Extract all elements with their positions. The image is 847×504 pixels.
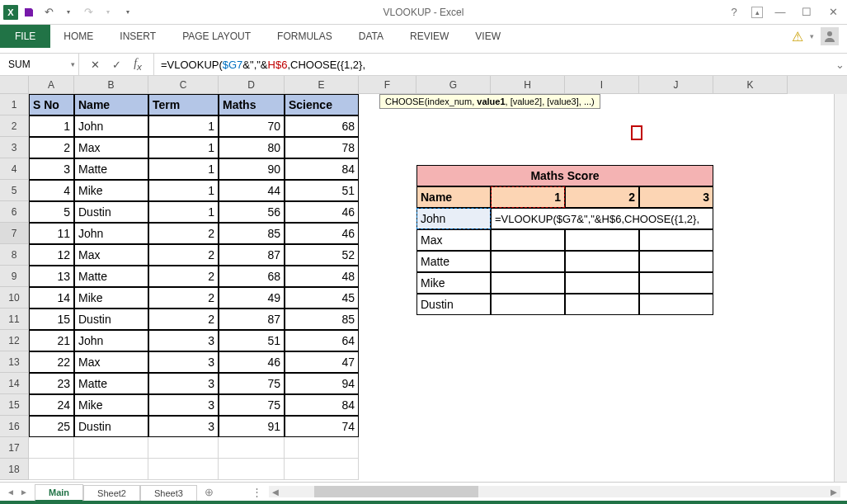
empty-cell[interactable] [148,437,219,459]
table-cell[interactable]: John [74,115,148,137]
sheet-nav-prev-icon[interactable]: ◄ [5,485,16,498]
select-all-corner[interactable] [0,76,29,94]
table-cell[interactable]: 78 [285,137,359,158]
table-cell[interactable]: 11 [29,223,74,244]
sheet-tab-main[interactable]: Main [35,484,83,502]
table-cell[interactable]: 68 [285,115,359,137]
table-cell[interactable]: 24 [29,394,74,416]
warning-dropdown-icon[interactable]: ▾ [810,32,814,40]
table-cell[interactable]: John [74,223,148,244]
warning-icon[interactable]: ⚠ [792,29,803,45]
sheet-tab-sheet2[interactable]: Sheet2 [83,485,140,501]
qat-customize-icon[interactable]: ▾ [119,3,137,21]
excel-icon[interactable]: X [3,5,18,20]
table-cell[interactable]: 46 [285,223,359,244]
maths-name-3[interactable]: Mike [416,272,491,294]
table-cell[interactable]: 75 [219,373,285,394]
table-cell[interactable]: 2 [148,309,219,330]
tab-page-layout[interactable]: PAGE LAYOUT [169,25,264,48]
formula-expand-icon[interactable]: ⌄ [832,59,847,71]
maths-name-4[interactable]: Dustin [416,294,491,315]
maths-name-2[interactable]: Matte [416,251,491,272]
editing-cell[interactable]: =VLOOKUP($G7&","&H$6,CHOOSE({1,2}, [491,208,713,229]
ribbon-options-icon[interactable]: ▴ [751,7,763,18]
cancel-formula-icon[interactable]: ✕ [84,54,106,75]
table-cell[interactable]: Max [74,351,148,373]
maths-empty[interactable] [491,229,565,251]
maths-empty[interactable] [565,251,639,272]
table-cell[interactable]: 1 [148,137,219,158]
table-header[interactable]: Science [285,94,359,115]
table-cell[interactable]: 90 [219,158,285,180]
maths-empty[interactable] [491,272,565,294]
table-cell[interactable]: Dustin [74,416,148,437]
row-header-9[interactable]: 9 [0,266,29,287]
redo-icon[interactable]: ↷ [79,3,97,21]
vertical-scrollbar[interactable] [834,94,847,482]
table-cell[interactable]: 1 [148,158,219,180]
table-cell[interactable]: 23 [29,373,74,394]
close-icon[interactable]: ✕ [824,3,842,21]
maths-empty[interactable] [491,294,565,315]
table-cell[interactable]: 3 [148,330,219,351]
table-cell[interactable]: 84 [285,394,359,416]
table-cell[interactable]: 3 [148,394,219,416]
table-cell[interactable]: 1 [148,201,219,223]
empty-cell[interactable] [219,437,285,459]
empty-cell[interactable] [148,459,219,480]
table-cell[interactable]: Matte [74,373,148,394]
maximize-icon[interactable]: ☐ [798,3,816,21]
table-cell[interactable]: 45 [285,287,359,309]
name-box-dropdown-icon[interactable]: ▾ [71,60,75,68]
table-cell[interactable]: John [74,330,148,351]
table-header[interactable]: S No [29,94,74,115]
table-header[interactable]: Name [74,94,148,115]
sheet-tab-sheet3[interactable]: Sheet3 [140,485,197,501]
table-header[interactable]: Term [148,94,219,115]
maths-empty[interactable] [491,251,565,272]
table-cell[interactable]: 2 [29,137,74,158]
maths-empty[interactable] [639,229,713,251]
redo-dropdown-icon[interactable]: ▾ [99,3,117,21]
table-cell[interactable]: 4 [29,180,74,201]
row-header-14[interactable]: 14 [0,373,29,394]
table-cell[interactable]: 74 [285,416,359,437]
table-cell[interactable]: 75 [219,394,285,416]
table-cell[interactable]: 85 [219,223,285,244]
table-cell[interactable]: Mike [74,287,148,309]
table-cell[interactable]: Mike [74,394,148,416]
row-header-17[interactable]: 17 [0,437,29,459]
col-header-i[interactable]: I [565,76,639,94]
table-cell[interactable]: 44 [219,180,285,201]
table-cell[interactable]: 85 [285,309,359,330]
table-header[interactable]: Maths [219,94,285,115]
table-cell[interactable]: 70 [219,115,285,137]
table-cell[interactable]: 68 [219,266,285,287]
table-cell[interactable]: Matte [74,266,148,287]
row-header-5[interactable]: 5 [0,180,29,201]
formula-input[interactable]: =VLOOKUP($G7&","&H$6,CHOOSE({1,2}, [154,54,832,75]
empty-cell[interactable] [29,459,74,480]
col-header-a[interactable]: A [29,76,74,94]
table-cell[interactable]: Dustin [74,201,148,223]
col-header-e[interactable]: E [285,76,359,94]
row-header-12[interactable]: 12 [0,330,29,351]
row-header-8[interactable]: 8 [0,244,29,266]
tab-home[interactable]: HOME [50,25,106,48]
table-cell[interactable]: 94 [285,373,359,394]
hscroll-right-icon[interactable]: ► [827,486,840,497]
table-cell[interactable]: 91 [219,416,285,437]
table-cell[interactable]: 3 [148,416,219,437]
table-cell[interactable]: 15 [29,309,74,330]
table-cell[interactable]: Dustin [74,309,148,330]
col-header-c[interactable]: C [148,76,219,94]
table-cell[interactable]: 12 [29,244,74,266]
table-cell[interactable]: 46 [219,351,285,373]
empty-cell[interactable] [29,437,74,459]
empty-cell[interactable] [219,459,285,480]
tab-data[interactable]: DATA [346,25,397,48]
accept-formula-icon[interactable]: ✓ [106,54,127,75]
row-header-15[interactable]: 15 [0,394,29,416]
table-cell[interactable]: 51 [285,180,359,201]
col-header-j[interactable]: J [639,76,713,94]
